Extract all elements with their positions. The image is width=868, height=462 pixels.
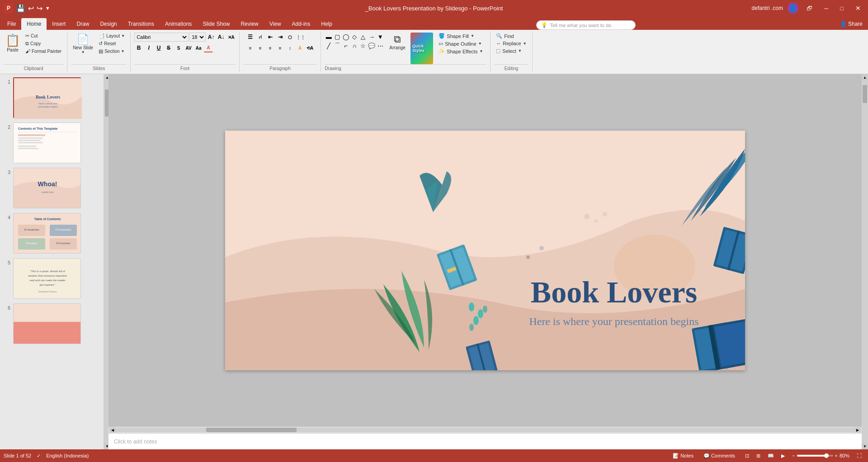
tell-me-input[interactable]: 💡 Tell me what you want to do <box>536 20 636 30</box>
shape-diamond-btn[interactable]: ◇ <box>350 33 359 41</box>
font-color-btn[interactable]: A <box>204 43 213 52</box>
select-button[interactable]: ⬚ Select ▼ <box>494 47 524 54</box>
share-btn[interactable]: 👤 Share <box>835 18 868 30</box>
shape-more2-btn[interactable]: ⋯ <box>376 42 384 50</box>
tab-transitions[interactable]: Transitions <box>123 18 160 30</box>
font-case-btn[interactable]: Aa <box>194 43 203 52</box>
shadow-btn[interactable]: S <box>174 43 183 52</box>
char-space-btn[interactable]: AV <box>184 43 193 52</box>
fit-slide-btn[interactable]: ⛶ <box>854 452 864 459</box>
shape-triangle-btn[interactable]: △ <box>359 33 367 41</box>
tab-draw[interactable]: Draw <box>71 18 94 30</box>
restore-icon[interactable]: 🗗 <box>803 4 816 13</box>
slide-thumb-3[interactable]: 3 Whoa! subtitle here <box>2 166 102 210</box>
find-button[interactable]: 🔍 Find <box>494 33 515 39</box>
tab-help[interactable]: Help <box>316 18 338 30</box>
tab-design[interactable]: Design <box>94 18 122 30</box>
tab-review[interactable]: Review <box>235 18 264 30</box>
increase-indent-btn[interactable]: ⇥ <box>276 33 285 42</box>
tab-home[interactable]: Home <box>21 18 47 30</box>
quick-redo[interactable]: ↪ <box>37 4 42 13</box>
slide-thumb-1[interactable]: 1 Book Lovers Here is where your present… <box>2 76 102 119</box>
text-direction-btn[interactable]: ⟲A <box>306 43 315 52</box>
canvas-scrollbar[interactable]: ▲ ▼ <box>862 74 868 449</box>
clear-format-btn[interactable]: ✕A <box>226 33 236 42</box>
slideshow-btn[interactable]: ▶ <box>778 452 788 460</box>
shape-star-btn[interactable]: ☆ <box>359 42 367 50</box>
shape-callout-btn[interactable]: 💬 <box>368 42 376 50</box>
shape-round-btn[interactable]: ▢ <box>333 33 341 41</box>
reset-button[interactable]: ↺ Reset <box>97 40 127 47</box>
smart-art-btn[interactable]: ⬡ <box>286 33 295 42</box>
shape-more-btn[interactable]: ▼ <box>376 33 384 41</box>
bullets-btn[interactable]: ☰ <box>246 33 255 42</box>
customize-qat[interactable]: ▼ <box>45 5 50 11</box>
zoom-handle[interactable] <box>824 453 829 458</box>
decrease-font-btn[interactable]: A↓ <box>217 33 226 42</box>
numbering-btn[interactable]: ⑁ <box>256 33 265 42</box>
slide-thumb-6[interactable]: 6 <box>2 302 102 345</box>
cut-button[interactable]: ✂ Cut <box>24 33 63 39</box>
arrange-button[interactable]: ⧉ Arrange <box>386 33 409 51</box>
slide-sorter-btn[interactable]: ⊞ <box>754 452 763 460</box>
shape-arrow-btn[interactable]: → <box>368 33 376 41</box>
comments-status-btn[interactable]: 💬 Comments <box>701 452 738 460</box>
zoom-slider[interactable] <box>797 455 833 457</box>
decrease-indent-btn[interactable]: ⇤ <box>266 33 275 42</box>
replace-button[interactable]: ↔ Replace ▼ <box>494 40 528 47</box>
align-right-btn[interactable]: ≡ <box>266 43 275 52</box>
slide-thumb-4[interactable]: 4 Table of Contents 01 Introduction 02 P… <box>2 212 102 255</box>
canvas-scroll-thumb[interactable] <box>863 85 867 103</box>
shape-effects-btn[interactable]: ✨ Shape Effects ▼ <box>437 48 485 55</box>
shape-fill-btn[interactable]: 🪣 Shape Fill ▼ <box>437 33 485 39</box>
highlight-btn[interactable]: A <box>296 43 305 52</box>
quick-undo[interactable]: ↩ <box>28 4 34 13</box>
quick-save[interactable]: 💾 <box>16 4 25 13</box>
shape-rect-btn[interactable]: ▬ <box>325 33 333 41</box>
maximize-btn[interactable]: □ <box>836 4 847 13</box>
h-scroll-right[interactable]: ▶ <box>854 427 861 433</box>
layout-button[interactable]: 📑 Layout ▼ <box>97 33 127 39</box>
quick-styles-button[interactable]: Quick Styles <box>410 33 433 64</box>
tab-file[interactable]: File <box>2 18 21 30</box>
copy-button[interactable]: ⧉ Copy <box>24 40 63 47</box>
increase-font-btn[interactable]: A↑ <box>207 33 216 42</box>
line-spacing-btn[interactable]: ↕ <box>286 43 295 52</box>
bold-btn[interactable]: B <box>134 43 143 52</box>
slide-thumb-2[interactable]: 2 Contents of This Template <box>2 121 102 165</box>
canvas-scroll-down[interactable]: ▼ <box>862 443 868 449</box>
shape-curve-btn[interactable]: ⌒ <box>333 42 341 50</box>
shape-arc-btn[interactable]: ∩ <box>350 42 359 50</box>
minimize-btn[interactable]: ─ <box>821 4 832 13</box>
strikethrough-btn[interactable]: S <box>164 43 173 52</box>
font-size-select[interactable]: 18 <box>189 33 206 42</box>
canvas-scroll-up[interactable]: ▲ <box>862 74 868 80</box>
tab-addins[interactable]: Add-ins <box>287 18 316 30</box>
shape-outline-btn[interactable]: ▭ Shape Outline ▼ <box>437 40 485 47</box>
font-family-select[interactable]: Calibri <box>134 33 189 42</box>
notes-area[interactable]: Click to add notes <box>108 433 862 449</box>
h-scroll-thumb[interactable] <box>206 428 297 432</box>
close-btn[interactable]: ✕ <box>852 4 864 13</box>
notes-status-btn[interactable]: 📝 Notes <box>670 452 696 460</box>
reading-view-btn[interactable]: 📖 <box>765 452 777 460</box>
new-slide-button[interactable]: 📄 New Slide ▼ <box>71 33 95 55</box>
underline-btn[interactable]: U <box>154 43 163 52</box>
tab-animations[interactable]: Animations <box>160 18 197 30</box>
italic-btn[interactable]: I <box>144 43 153 52</box>
align-left-btn[interactable]: ≡ <box>246 43 255 52</box>
shape-circle-btn[interactable]: ◯ <box>342 33 350 41</box>
justify-btn[interactable]: ≡ <box>276 43 285 52</box>
align-center-btn[interactable]: ≡ <box>256 43 265 52</box>
slide-thumb-5[interactable]: 5 "This is a quote. Words full of wisdom… <box>2 257 102 300</box>
shape-bent-btn[interactable]: ⌐ <box>342 42 350 50</box>
columns-btn[interactable]: ⋮⋮ <box>296 33 305 42</box>
section-button[interactable]: ▤ Section ▼ <box>97 48 127 55</box>
h-scroll-left[interactable]: ◀ <box>109 427 116 433</box>
user-avatar[interactable]: 👤 <box>788 3 798 14</box>
zoom-out-btn[interactable]: − <box>792 453 795 458</box>
format-painter-button[interactable]: 🖌 Format Painter <box>24 48 63 54</box>
tab-slideshow[interactable]: Slide Show <box>197 18 235 30</box>
paste-button[interactable]: 📋 Paste <box>4 33 22 53</box>
h-scrollbar[interactable]: ◀ ▶ <box>108 427 862 433</box>
